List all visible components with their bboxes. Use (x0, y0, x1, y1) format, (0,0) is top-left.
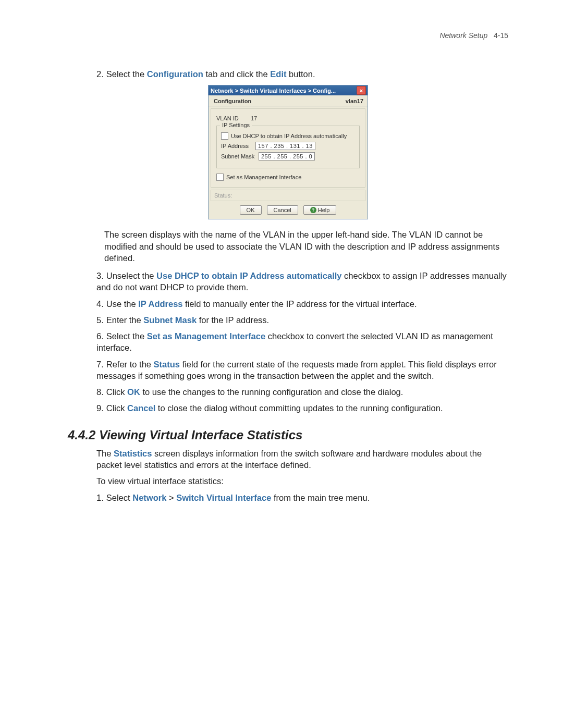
ip-address-label: IP Address (221, 143, 255, 149)
ip-settings-legend: IP Settings (220, 122, 252, 128)
dialog-title: Network > Switch Virtual Interfaces > Co… (211, 88, 336, 94)
cancel-button[interactable]: Cancel (267, 205, 298, 215)
step-7: 7.Refer to the Status field for the curr… (96, 359, 508, 382)
status-bar: Status: (211, 190, 365, 201)
step-4: 4.Use the IP Address field to manually e… (96, 298, 508, 310)
dhcp-checkbox[interactable] (221, 132, 228, 140)
header-page-num: 4-15 (494, 31, 508, 40)
ip-address-input[interactable]: 157 . 235 . 131 . 13 (255, 142, 315, 150)
step-3: 3.Unselect the Use DHCP to obtain IP Add… (96, 270, 508, 293)
vlan-id-label: VLAN ID (216, 115, 251, 121)
config-dialog: Network > Switch Virtual Interfaces > Co… (208, 85, 368, 219)
tab-configuration[interactable]: Configuration (211, 97, 254, 106)
vlan-id-row: VLAN ID 17 (216, 115, 360, 121)
vlan-id-value: 17 (251, 115, 257, 121)
page-header: Network Setup 4-15 (68, 31, 508, 40)
mgmt-interface-label: Set as Management Interface (226, 174, 301, 180)
step-6: 6.Select the Set as Management Interface… (96, 330, 508, 354)
statistics-paragraph: The Statistics screen displays informati… (96, 448, 508, 471)
vlan-name-label: vlan17 (345, 97, 364, 106)
header-section: Network Setup (439, 31, 487, 40)
stats-step-1: 1.Select Network > Switch Virtual Interf… (96, 492, 508, 503)
dhcp-label: Use DHCP to obtain IP Address automatica… (231, 133, 347, 139)
step-5: 5.Enter the Subnet Mask for the IP addre… (96, 314, 508, 326)
ip-settings-fieldset: IP Settings Use DHCP to obtain IP Addres… (216, 126, 360, 168)
step-8: 8.Click OK to use the changes to the run… (96, 386, 508, 398)
subnet-mask-input[interactable]: 255 . 255 . 255 . 0 (259, 152, 315, 161)
statistics-intro: To view virtual interface statistics: (96, 475, 508, 487)
close-icon[interactable]: × (357, 86, 366, 95)
mgmt-interface-checkbox[interactable] (216, 174, 224, 181)
subnet-mask-label: Subnet Mask (221, 153, 259, 159)
section-heading-4-4-2: 4.4.2 Viewing Virtual Interface Statisti… (68, 428, 508, 442)
status-label: Status: (214, 192, 232, 199)
help-button[interactable]: ?Help (303, 205, 337, 215)
ok-button[interactable]: OK (240, 205, 262, 215)
dialog-titlebar: Network > Switch Virtual Interfaces > Co… (209, 85, 368, 95)
post-dialog-paragraph: The screen displays with the name of the… (104, 229, 508, 264)
step-9: 9.Click Cancel to close the dialog witho… (96, 402, 508, 414)
step-2: 2.Select the Configuration tab and click… (96, 68, 508, 80)
help-icon: ? (310, 207, 316, 213)
